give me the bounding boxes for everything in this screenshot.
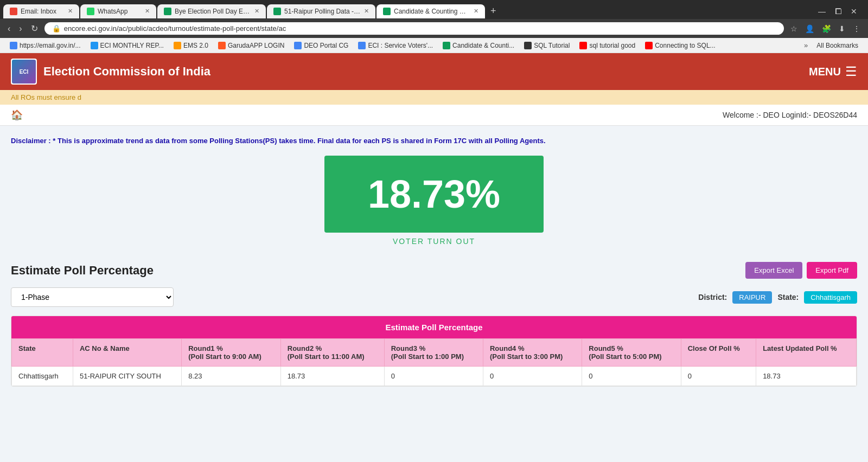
bookmark-candidate-label: Candidate & Counti... (452, 42, 514, 49)
bookmark-eci-service[interactable]: ECI : Service Voters'... (354, 41, 437, 50)
th-round3: Round3 %(Poll Start to 1:00 PM) (384, 339, 483, 367)
cell-state: Chhattisgarh (12, 367, 73, 386)
bookmark-garuda-icon (218, 42, 226, 49)
bookmark-ems-icon (174, 42, 181, 49)
tab-close-bye[interactable]: ✕ (254, 8, 259, 15)
bookmark-folder-label: All Bookmarks (816, 42, 858, 49)
cell-round5: 0 (582, 367, 681, 386)
export-pdf-button[interactable]: Export Pdf (807, 262, 857, 279)
th-latest: Latest Updated Poll % (756, 339, 857, 367)
menu-button[interactable]: MENU ☰ (809, 64, 857, 79)
bookmark-garuda-label: GarudaAPP LOGIN (228, 42, 285, 49)
app-title: Election Commission of India (43, 65, 210, 79)
bookmarks-bar: https://email.gov.in/... ECI MONTHLY REP… (0, 38, 868, 53)
table-title: Estimate Poll Percentage (11, 316, 857, 338)
bookmark-eci-icon (91, 42, 98, 49)
ticker-bar: All ROs must ensure d (0, 90, 868, 105)
tab-raipur[interactable]: 51-Raipur Polling Data - Goog... ✕ (267, 4, 375, 18)
th-state: State (12, 339, 73, 367)
tab-candidate[interactable]: Candidate & Counting Manage ✕ (376, 4, 485, 18)
table-row: Chhattisgarh 51-RAIPUR CITY SOUTH 8.23 1… (12, 367, 857, 386)
tab-title-bye: Bye Election Poll Day EVM Rep... (175, 8, 251, 15)
tab-close-raipur[interactable]: ✕ (364, 8, 369, 15)
table-body: Chhattisgarh 51-RAIPUR CITY SOUTH 8.23 1… (12, 367, 857, 386)
bookmark-folder[interactable]: All Bookmarks (812, 41, 863, 50)
table-header: State AC No & Name Round1 %(Poll Start t… (12, 339, 857, 367)
bookmark-garuda[interactable]: GarudaAPP LOGIN (214, 41, 289, 50)
cell-ac: 51-RAIPUR CITY SOUTH (73, 367, 181, 386)
th-round4: Round4 %(Poll Start to 3:00 PM) (483, 339, 582, 367)
tab-bar: Email: Inbox ✕ WhatsApp ✕ Bye Election P… (0, 0, 868, 19)
tab-email[interactable]: Email: Inbox ✕ (3, 4, 79, 18)
cell-latest: 18.73 (756, 367, 857, 386)
bookmark-sql-good-icon (579, 42, 587, 49)
bookmark-sql-good[interactable]: sql tutorial good (575, 41, 640, 50)
star-icon[interactable]: ☆ (788, 23, 800, 34)
home-icon[interactable]: 🏠 (11, 109, 23, 121)
th-round5: Round5 %(Poll Start to 5:00 PM) (582, 339, 681, 367)
cell-round2: 18.73 (280, 367, 384, 386)
address-bar[interactable]: 🔒 encore.eci.gov.in/ac/public/acdeo/turn… (44, 22, 784, 35)
export-excel-button[interactable]: Export Excel (745, 262, 802, 279)
bookmark-ems[interactable]: EMS 2.0 (169, 41, 213, 50)
bookmark-candidate-icon (443, 42, 450, 49)
section-title: Estimate Poll Percentage (11, 264, 154, 278)
bookmark-email-icon (10, 42, 17, 49)
cell-round4: 0 (483, 367, 582, 386)
logo-text: ECI (20, 69, 29, 75)
cell-round1: 8.23 (182, 367, 281, 386)
tab-icon-candidate (383, 8, 391, 15)
cell-round3: 0 (384, 367, 483, 386)
back-button[interactable]: ‹ (5, 23, 12, 35)
phase-select[interactable]: 1-Phase (11, 287, 174, 307)
forward-button[interactable]: › (17, 23, 24, 35)
profile-icon[interactable]: 👤 (803, 23, 816, 34)
bookmark-candidate[interactable]: Candidate & Counti... (438, 41, 519, 50)
bookmark-sql-icon (524, 42, 532, 49)
tab-title-whatsapp: WhatsApp (98, 8, 142, 15)
main-content: Disclaimer : * This is approximate trend… (0, 126, 868, 397)
close-window-button[interactable]: ✕ (847, 6, 860, 17)
new-tab-button[interactable]: + (486, 3, 501, 19)
tab-icon-bye (164, 8, 171, 15)
export-buttons: Export Excel Export Pdf (745, 262, 857, 279)
bookmark-connecting-icon (645, 42, 653, 49)
minimize-button[interactable]: — (815, 6, 829, 17)
tab-close-whatsapp[interactable]: ✕ (145, 8, 150, 15)
bookmarks-more-button[interactable]: » (801, 40, 811, 50)
bookmark-email[interactable]: https://email.gov.in/... (5, 41, 85, 50)
state-label: State: (777, 293, 799, 301)
app-logo-area: ECI Election Commission of India (11, 59, 210, 85)
tab-bye-election[interactable]: Bye Election Poll Day EVM Rep... ✕ (157, 4, 266, 18)
logo-box: ECI (11, 59, 37, 85)
bookmark-email-label: https://email.gov.in/... (20, 42, 81, 49)
welcome-bar: 🏠 Welcome :- DEO LoginId:- DEOS26D44 (0, 105, 868, 126)
reload-button[interactable]: ↻ (29, 22, 40, 35)
more-options-icon[interactable]: ⋮ (851, 23, 863, 34)
tab-title-raipur: 51-Raipur Polling Data - Goog... (284, 8, 361, 15)
app-logo: ECI (12, 60, 36, 84)
th-round1: Round1 %(Poll Start to 9:00 AM) (182, 339, 281, 367)
app-header: ECI Election Commission of India MENU ☰ (0, 53, 868, 90)
bookmark-connecting-sql[interactable]: Connecting to SQL... (641, 41, 719, 50)
download-icon[interactable]: ⬇ (837, 23, 847, 34)
toolbar-icons: ☆ 👤 🧩 ⬇ ⋮ (788, 23, 863, 34)
tab-close-email[interactable]: ✕ (68, 8, 73, 15)
tab-close-candidate[interactable]: ✕ (474, 8, 478, 15)
cell-close: 0 (681, 367, 756, 386)
tab-whatsapp[interactable]: WhatsApp ✕ (80, 4, 156, 18)
disclaimer-prefix: Disclaimer : (11, 137, 51, 145)
ticker-text: All ROs must ensure d (11, 93, 81, 101)
extension-icon[interactable]: 🧩 (820, 23, 833, 34)
bookmark-deo-label: DEO Portal CG (304, 42, 348, 49)
bookmark-eci-monthly[interactable]: ECI MONTHLY REP... (86, 41, 168, 50)
bookmark-sql-label: SQL Tutorial (534, 42, 570, 49)
disclaimer-text: * This is approximate trend as data from… (53, 137, 545, 145)
maximize-button[interactable]: ⧠ (831, 6, 845, 17)
url-text: encore.eci.gov.in/ac/public/acdeo/turnou… (64, 24, 776, 33)
bookmark-deo-icon (294, 42, 302, 49)
bookmark-sql[interactable]: SQL Tutorial (520, 41, 574, 50)
tab-title-candidate: Candidate & Counting Manage (394, 8, 470, 15)
bookmark-deo[interactable]: DEO Portal CG (290, 41, 353, 50)
voter-percent: 18.73% (368, 172, 500, 216)
